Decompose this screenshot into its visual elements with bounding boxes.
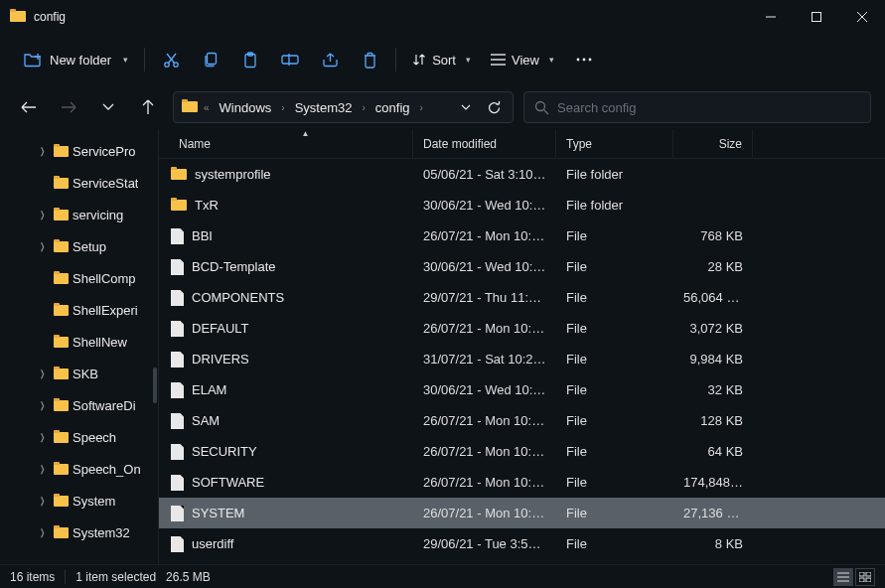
expand-chevron-icon[interactable]: ❯: [38, 464, 48, 474]
file-row[interactable]: BBI26/07/21 - Mon 10:14 ...File768 KB: [159, 220, 885, 251]
expand-chevron-icon[interactable]: ❯: [38, 210, 48, 220]
searchbox[interactable]: [523, 91, 871, 123]
sort-icon: [412, 53, 426, 67]
tree-item[interactable]: ❯System: [0, 485, 158, 516]
tree-item[interactable]: ❯SoftwareDi: [0, 389, 158, 421]
tree-item[interactable]: ❯ServicePro: [0, 135, 158, 167]
sort-button[interactable]: Sort ▾: [402, 47, 481, 74]
file-date: 05/06/21 - Sat 3:10 PM: [413, 167, 556, 182]
file-name: userdiff: [192, 536, 233, 551]
titlebar: config: [0, 0, 885, 34]
folder-icon: [54, 432, 69, 443]
overflow-chevron[interactable]: «: [204, 102, 210, 113]
view-thumbnails-button[interactable]: [855, 568, 875, 586]
scrollbar-thumb[interactable]: [153, 368, 157, 403]
file-row[interactable]: ELAM30/06/21 - Wed 10:11 ...File32 KB: [159, 374, 885, 405]
breadcrumb-segment[interactable]: config: [371, 98, 414, 117]
expand-chevron-icon[interactable]: ❯: [38, 241, 48, 251]
file-icon: [171, 475, 184, 491]
minimize-button[interactable]: [748, 0, 794, 34]
refresh-button[interactable]: [483, 96, 505, 118]
file-type: File: [556, 506, 673, 520]
expand-chevron-icon[interactable]: ❯: [38, 432, 48, 442]
file-name: systemprofile: [195, 167, 271, 182]
tree-item[interactable]: ❯Setup: [0, 230, 158, 262]
forward-button[interactable]: [54, 92, 83, 122]
chevron-down-icon: ▾: [549, 55, 554, 65]
explorer-window: config New folder ▾: [0, 0, 885, 588]
tree-item[interactable]: ❯SKB: [0, 358, 158, 389]
file-row[interactable]: SECURITY26/07/21 - Mon 10:14 ...File64 K…: [159, 436, 885, 467]
file-row[interactable]: SOFTWARE26/07/21 - Mon 10:14 ...File174,…: [159, 467, 885, 498]
expand-chevron-icon[interactable]: ❯: [38, 400, 48, 410]
back-button[interactable]: [14, 92, 44, 122]
expand-chevron-icon[interactable]: ❯: [38, 146, 48, 156]
copy-button[interactable]: [191, 42, 230, 77]
new-folder-button[interactable]: New folder ▾: [14, 46, 138, 74]
search-input[interactable]: [557, 100, 860, 115]
file-row[interactable]: DEFAULT26/07/21 - Mon 10:14 ...File3,072…: [159, 313, 885, 344]
tree-item-label: ServicePro: [73, 144, 136, 159]
recent-button[interactable]: [93, 92, 123, 122]
folder-icon: [54, 273, 69, 284]
tree-item[interactable]: ❯Speech_On: [0, 453, 158, 485]
address-dropdown[interactable]: [455, 96, 477, 118]
column-name[interactable]: ▲ Name: [159, 129, 413, 158]
tree-item[interactable]: ShellNew: [0, 326, 158, 358]
file-type: File: [556, 228, 673, 243]
folder-icon: [171, 169, 187, 180]
status-selection: 1 item selected: [75, 570, 156, 584]
file-icon: [171, 321, 184, 337]
file-list[interactable]: systemprofile05/06/21 - Sat 3:10 PMFile …: [159, 159, 885, 564]
file-row[interactable]: BCD-Template30/06/21 - Wed 10:05 ...File…: [159, 251, 885, 282]
expand-chevron-icon[interactable]: ❯: [38, 527, 48, 537]
view-details-button[interactable]: [833, 568, 853, 586]
tree-item[interactable]: ❯Speech: [0, 421, 158, 453]
file-name: BCD-Template: [192, 259, 276, 274]
tree-item[interactable]: ShellExperi: [0, 294, 158, 326]
column-type[interactable]: Type: [556, 129, 673, 158]
new-folder-label: New folder: [50, 53, 111, 68]
delete-button[interactable]: [350, 42, 389, 77]
file-name: SYSTEM: [192, 506, 244, 520]
file-row[interactable]: TxR30/06/21 - Wed 10:07 ...File folder: [159, 190, 885, 220]
breadcrumb-segment[interactable]: Windows: [216, 98, 276, 117]
tree-item[interactable]: ❯servicing: [0, 199, 158, 230]
status-size: 26.5 MB: [166, 570, 211, 584]
svg-rect-29: [866, 578, 871, 582]
file-icon: [171, 536, 184, 552]
tree-item[interactable]: ShellComp: [0, 262, 158, 294]
column-size[interactable]: Size: [673, 129, 753, 158]
expand-chevron-icon[interactable]: ❯: [38, 496, 48, 506]
rename-button[interactable]: [270, 42, 310, 77]
file-row[interactable]: DRIVERS31/07/21 - Sat 10:22 AMFile9,984 …: [159, 344, 885, 374]
breadcrumb-segment[interactable]: System32: [291, 98, 357, 117]
file-row[interactable]: SAM26/07/21 - Mon 10:14 ...File128 KB: [159, 405, 885, 436]
more-button[interactable]: [564, 42, 604, 77]
maximize-button[interactable]: [794, 0, 839, 34]
folder-tree[interactable]: ❯ServiceProServiceStat❯servicing❯SetupSh…: [0, 129, 159, 564]
file-size: 27,136 KB: [673, 506, 753, 520]
file-row[interactable]: COMPONENTS29/07/21 - Thu 11:52 AMFile56,…: [159, 282, 885, 313]
column-headers: ▲ Name Date modified Type Size: [159, 129, 885, 159]
tree-item-label: SKB: [73, 367, 98, 381]
up-button[interactable]: [133, 92, 163, 122]
tree-item[interactable]: ServiceStat: [0, 167, 158, 199]
file-type: File: [556, 475, 673, 490]
paste-button[interactable]: [230, 42, 270, 77]
file-row[interactable]: SYSTEM26/07/21 - Mon 10:14 ...File27,136…: [159, 498, 885, 528]
close-button[interactable]: [839, 0, 885, 34]
file-row[interactable]: systemprofile05/06/21 - Sat 3:10 PMFile …: [159, 159, 885, 190]
addressbar[interactable]: « Windows›System32›config›: [173, 91, 514, 123]
expand-chevron-icon[interactable]: ❯: [38, 368, 48, 378]
column-date[interactable]: Date modified: [413, 129, 556, 158]
file-row[interactable]: userdiff29/06/21 - Tue 3:53 AMFile8 KB: [159, 528, 885, 559]
svg-line-9: [167, 54, 175, 64]
cut-button[interactable]: [151, 42, 191, 77]
svg-rect-28: [859, 578, 864, 582]
view-button[interactable]: View ▾: [481, 47, 564, 74]
file-type: File: [556, 444, 673, 459]
folder-icon: [171, 200, 187, 211]
share-button[interactable]: [310, 42, 350, 77]
tree-item[interactable]: ❯System32: [0, 516, 158, 548]
